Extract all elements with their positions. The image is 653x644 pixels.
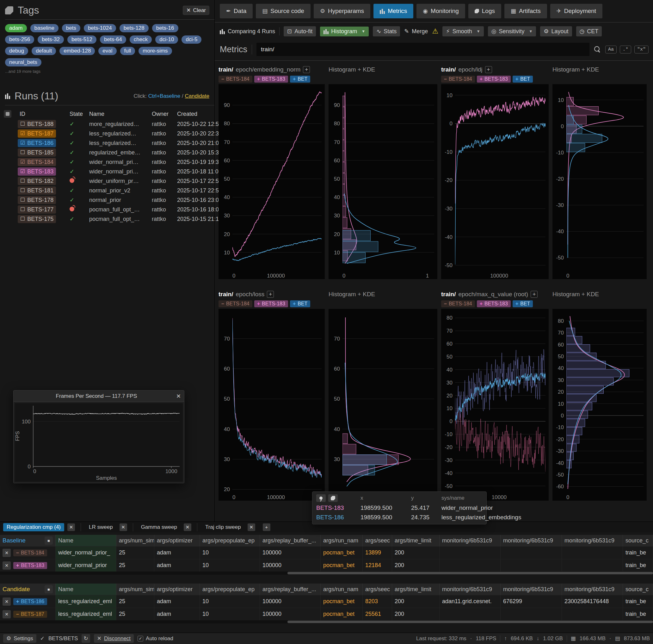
unchecked-box-icon[interactable]: ☐ xyxy=(20,206,25,213)
chevron-down-icon[interactable]: ▼ xyxy=(477,29,480,33)
unchecked-box-icon[interactable]: ☐ xyxy=(20,196,25,204)
histogram-button[interactable]: Histogram▼ xyxy=(320,27,369,37)
chart-plot[interactable]: 80706050403020100-10-20-30-40-50-600 xyxy=(552,309,647,501)
checked-box-icon[interactable]: ☑ xyxy=(20,130,25,137)
run-id-chip[interactable]: ☐BETS-175 xyxy=(18,215,56,223)
unchecked-box-icon[interactable]: ☐ xyxy=(20,149,25,156)
chevron-down-icon[interactable]: ▼ xyxy=(529,29,533,33)
chart-plot[interactable]: 1020304050607080900100000 xyxy=(218,84,325,279)
remove-run-button[interactable]: ✕ xyxy=(2,610,11,618)
unchecked-box-icon[interactable]: ☐ xyxy=(20,187,25,194)
run-id-chip[interactable]: ☐BETS-182 xyxy=(18,177,56,185)
clear-tags-button[interactable]: ✕Clear xyxy=(183,6,209,15)
regex-button[interactable]: .* xyxy=(620,46,631,53)
scrollbar-thumb[interactable] xyxy=(287,621,653,623)
candidate-link[interactable]: Candidate xyxy=(185,93,209,99)
run-id-chip[interactable]: ☑BETS-187 xyxy=(18,130,56,138)
legend-chip-BETS-183[interactable]: +BETS-183 xyxy=(477,300,511,307)
stop-button[interactable]: ■ xyxy=(45,585,53,593)
chart-plot[interactable]: 100-10-20-30-40-50100000 xyxy=(441,84,549,279)
chart-plot[interactable]: 30405060700 xyxy=(329,309,437,501)
match-case-button[interactable]: Aa xyxy=(605,46,616,53)
tag-pill-bets-128[interactable]: bets-128 xyxy=(120,24,149,32)
legend-chip-BETS-184[interactable]: –BETS-184 xyxy=(218,76,252,83)
tag-pill-baseline[interactable]: baseline xyxy=(30,24,58,32)
expand-chart-button[interactable]: + xyxy=(267,291,274,298)
run-id-chip[interactable]: ☐BETS-178 xyxy=(18,196,56,204)
chevron-down-icon[interactable]: ▼ xyxy=(361,29,365,33)
tag-pill-bets-64[interactable]: bets-64 xyxy=(100,36,126,44)
chart-plot[interactable]: 10203040506070809001 xyxy=(329,84,437,279)
legend-chip-BET[interactable]: +BET xyxy=(513,76,533,83)
runs-row[interactable]: ☐BETS-178✓normal_priorrattko2025-10-16 2… xyxy=(4,195,212,205)
runs-row[interactable]: ☑BETS-184✓wider_normal_pri…rattko2025-10… xyxy=(4,157,212,167)
metrics-search-input[interactable] xyxy=(257,43,589,56)
tag-pill-check[interactable]: check xyxy=(130,36,152,44)
run-id-chip[interactable]: ☐BETS-185 xyxy=(18,148,56,157)
search-icon[interactable] xyxy=(594,46,601,53)
tag-pill-bets-1024[interactable]: bets-1024 xyxy=(84,24,116,32)
chart-plot[interactable]: 100-10-20-30-40-500 xyxy=(552,84,647,279)
run-id-chip[interactable]: ☐BETS-177 xyxy=(18,205,56,214)
comparison-row[interactable]: ✕–BETS-187less_regularized_eml25adam1010… xyxy=(0,607,653,620)
checkbox-icon[interactable]: ✓ xyxy=(138,636,143,642)
legend-chip-BETS-184[interactable]: –BETS-184 xyxy=(441,300,475,307)
runs-row[interactable]: ☐BETS-182wider_uniform_pr…rattko2025-10-… xyxy=(4,176,212,186)
checked-box-icon[interactable]: ☑ xyxy=(20,168,25,175)
settings-button[interactable]: ⚙Settings xyxy=(3,634,37,643)
runs-row[interactable]: ☑BETS-187✓less_regularized…rattko2025-10… xyxy=(4,129,212,138)
tag-button[interactable] xyxy=(328,494,338,502)
unchecked-box-icon[interactable]: ☐ xyxy=(20,215,25,223)
horizontal-scrollbar[interactable] xyxy=(0,620,653,623)
remove-run-button[interactable]: ✕ xyxy=(2,597,11,606)
tab-data[interactable]: ✒Data xyxy=(220,4,253,18)
select-all-checkbox[interactable] xyxy=(4,110,11,118)
tag-pill-bets-256[interactable]: bets-256 xyxy=(5,36,34,44)
close-tab-button[interactable]: ✕ xyxy=(67,524,75,531)
run-id-chip[interactable]: ☑BETS-183 xyxy=(18,167,56,176)
smooth-button[interactable]: ⚡Smooth▼ xyxy=(442,26,484,37)
legend-chip-BETS-184[interactable]: –BETS-184 xyxy=(441,76,475,83)
tag-pill-default[interactable]: default xyxy=(32,47,56,55)
unchecked-box-icon[interactable]: ☐ xyxy=(20,120,25,128)
literal-button[interactable]: "x" xyxy=(634,46,649,53)
comparison-row[interactable]: ✕–BETS-184wider_normal_prior_25adam10100… xyxy=(0,546,653,559)
runs-row[interactable]: ☐BETS-175✓pocman_full_opt_…rattko2025-10… xyxy=(4,214,212,224)
tag-pill-bets-512[interactable]: bets-512 xyxy=(67,36,96,44)
add-tab-button[interactable]: + xyxy=(263,524,270,531)
remove-run-button[interactable]: ✕ xyxy=(2,561,11,570)
tab-source-code[interactable]: ▤Source code xyxy=(256,4,311,18)
ctrl-baseline-link[interactable]: Ctrl+Baseline xyxy=(148,93,180,99)
tag-pill-full[interactable]: full xyxy=(120,47,135,55)
runs-row[interactable]: ☑BETS-186✓less_regularized…rattko2025-10… xyxy=(4,138,212,148)
unchecked-box-icon[interactable]: ☐ xyxy=(20,177,25,185)
close-tab-button[interactable]: ✕ xyxy=(184,524,191,531)
tag-pill-eval[interactable]: eval xyxy=(98,47,116,55)
disconnect-button[interactable]: ✕Disconnect xyxy=(94,634,134,643)
tab-monitoring[interactable]: ◉Monitoring xyxy=(416,4,465,18)
runs-row[interactable]: ☐BETS-185✓regularized_embe…rattko2025-10… xyxy=(4,148,212,157)
auto-fit-button[interactable]: ⊡Auto-fit xyxy=(284,26,316,37)
checked-box-icon[interactable]: ☑ xyxy=(20,158,25,166)
run-id-chip[interactable]: ☐BETS-188 xyxy=(18,120,56,128)
comparison-row[interactable]: ✕+BETS-183wider_normal_prior25adam101000… xyxy=(0,559,653,572)
chart-plot[interactable]: 80706050403020100-10-20-30-40-5010000 xyxy=(441,309,549,501)
chart-plot[interactable]: 2030405060700100000 xyxy=(218,309,325,501)
layout-button[interactable]: ⚙Layout xyxy=(540,26,572,37)
run-chip-BETS-184[interactable]: –BETS-184 xyxy=(13,549,47,556)
comparison-tab-label[interactable]: LR sweep xyxy=(86,523,116,531)
comparison-row[interactable]: ✕+BETS-186less_regularized_eml25adam1010… xyxy=(0,595,653,607)
sensitivity-button[interactable]: ◎Sensitivity▼ xyxy=(488,26,536,37)
refresh-button[interactable]: ↻ xyxy=(81,634,90,643)
tab-artifacts[interactable]: ▦Artifacts xyxy=(504,4,547,18)
tag-pill-debug[interactable]: debug xyxy=(5,47,28,55)
stats-button[interactable]: ∿Stats xyxy=(373,26,400,37)
stop-button[interactable]: ■ xyxy=(45,536,53,545)
expand-chart-button[interactable]: + xyxy=(303,66,310,73)
run-id-chip[interactable]: ☑BETS-186 xyxy=(18,139,56,147)
run-chip-BETS-187[interactable]: –BETS-187 xyxy=(13,611,47,618)
comparison-tab-label[interactable]: Gamma sweep xyxy=(138,523,180,531)
tab-metrics[interactable]: Metrics xyxy=(373,4,413,18)
cet-button[interactable]: ◷CET xyxy=(576,26,602,37)
run-chip-BETS-183[interactable]: +BETS-183 xyxy=(13,562,47,569)
